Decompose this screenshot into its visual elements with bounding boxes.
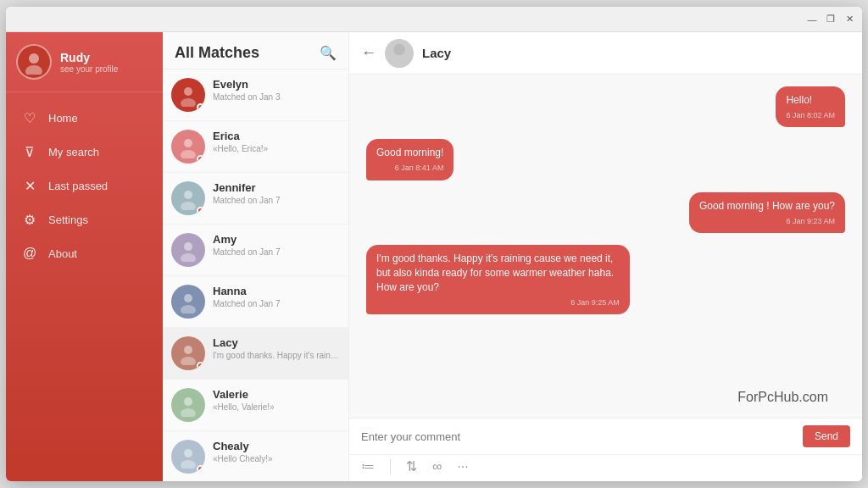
match-sub: Matched on Jan 7 <box>213 196 340 205</box>
swap-icon[interactable]: ⇅ <box>406 458 417 474</box>
message-time: 6 Jan 8:02 AM <box>786 110 835 121</box>
list-item[interactable]: Amy Matched on Jan 7 <box>163 225 348 276</box>
link-icon[interactable]: ∞ <box>432 459 442 474</box>
sidebar-item-label: Home <box>48 112 78 125</box>
svg-point-15 <box>181 408 196 417</box>
settings-icon: ⚙ <box>21 211 38 228</box>
message-row: Good morning! 6 Jan 8:41 AM <box>366 139 845 180</box>
match-avatar <box>171 285 205 319</box>
svg-point-8 <box>184 242 192 251</box>
maximize-button[interactable]: ❐ <box>825 14 837 25</box>
more-icon[interactable]: ··· <box>457 459 468 474</box>
sidebar-item-my-search[interactable]: ⊽ My search <box>6 135 163 169</box>
received-bubble: I'm good thanks. Happy it's raining caus… <box>366 245 630 314</box>
message-time: 6 Jan 9:25 AM <box>376 297 620 308</box>
message-text: Hello! <box>786 93 835 108</box>
chat-footer: Send ≔ ⇅ ∞ ··· <box>349 418 862 481</box>
list-item[interactable]: Evelyn Matched on Jan 3 <box>163 69 348 121</box>
svg-point-20 <box>393 43 405 55</box>
matches-title: All Matches <box>175 44 259 62</box>
sidebar-item-label: My search <box>48 146 99 158</box>
svg-point-12 <box>184 346 192 354</box>
list-item[interactable]: Valerie «Hello, Valerie!» <box>163 380 348 431</box>
svg-point-4 <box>184 139 192 147</box>
search-icon[interactable]: 🔍 <box>320 45 337 61</box>
message-text: Good morning! <box>376 146 443 160</box>
match-avatar <box>171 336 205 370</box>
my-search-icon: ⊽ <box>21 143 38 160</box>
list-item[interactable]: Jennifer Matched on Jan 7 <box>163 173 348 225</box>
svg-point-17 <box>181 460 196 469</box>
chat-actions-row: ≔ ⇅ ∞ ··· <box>349 454 862 481</box>
match-info: Amy Matched on Jan 7 <box>213 233 340 257</box>
message-text: I'm good thanks. Happy it's raining caus… <box>376 252 620 294</box>
svg-point-0 <box>29 53 39 64</box>
chat-input[interactable] <box>361 430 796 443</box>
action-divider <box>390 459 391 474</box>
svg-point-14 <box>184 397 192 406</box>
about-icon: @ <box>21 245 38 262</box>
match-avatar <box>171 440 205 474</box>
match-name: Evelyn <box>213 78 340 91</box>
svg-point-10 <box>184 294 192 302</box>
user-avatar <box>16 44 52 80</box>
svg-point-7 <box>181 202 196 210</box>
svg-point-13 <box>181 357 196 365</box>
sidebar-item-settings[interactable]: ⚙ Settings <box>6 202 163 236</box>
matches-header: All Matches 🔍 <box>163 32 348 69</box>
sidebar-item-about[interactable]: @ About <box>6 236 163 270</box>
list-item[interactable]: Hanna Matched on Jan 7 <box>163 276 348 328</box>
match-name: Hanna <box>213 285 340 297</box>
message-row: Hello! 6 Jan 8:02 AM <box>366 86 845 127</box>
match-sub: «Hello, Valerie!» <box>213 402 340 412</box>
sidebar-item-label: Last passed <box>48 180 108 192</box>
match-info: Valerie «Hello, Valerie!» <box>213 388 340 412</box>
match-name: Jennifer <box>213 181 340 194</box>
match-avatar <box>171 130 205 164</box>
last-passed-icon: ✕ <box>21 177 38 194</box>
title-bar-controls: — ❐ ✕ <box>806 14 855 25</box>
minimize-button[interactable]: — <box>806 14 818 25</box>
match-sub: Matched on Jan 7 <box>213 299 340 308</box>
main-content: All Matches 🔍 Evelyn Matched on Jan 3 <box>163 32 862 481</box>
svg-point-3 <box>181 98 196 107</box>
message-row: I'm good thanks. Happy it's raining caus… <box>366 245 845 314</box>
match-info: Evelyn Matched on Jan 3 <box>213 78 340 102</box>
svg-point-21 <box>390 57 409 67</box>
message-text: Good morning ! How are you? <box>699 199 835 214</box>
profile-info: Rudy see your profile <box>60 51 118 74</box>
back-button[interactable]: ← <box>361 44 376 62</box>
close-button[interactable]: ✕ <box>843 14 855 25</box>
match-info: Jennifer Matched on Jan 7 <box>213 181 340 205</box>
match-sub: Matched on Jan 3 <box>213 92 340 102</box>
online-indicator <box>197 362 204 369</box>
svg-point-16 <box>184 449 192 458</box>
send-button[interactable]: Send <box>803 425 850 447</box>
sidebar: Rudy see your profile ♡ Home ⊽ My search… <box>6 32 163 481</box>
match-sub: I'm good thanks. Happy it's raining caus… <box>213 351 340 360</box>
svg-point-11 <box>181 305 196 313</box>
list-item[interactable]: Lacy I'm good thanks. Happy it's raining… <box>163 328 348 380</box>
people-icon[interactable]: ≔ <box>361 458 375 474</box>
online-indicator <box>197 103 204 111</box>
match-name: Amy <box>213 233 340 246</box>
match-avatar <box>171 233 205 267</box>
list-item[interactable]: Erica «Hello, Erica!» <box>163 121 348 173</box>
svg-point-5 <box>181 150 196 158</box>
message-time: 6 Jan 8:41 AM <box>376 163 443 174</box>
match-sub: «Hello Chealy!» <box>213 454 340 463</box>
sent-bubble: Good morning ! How are you? 6 Jan 9:23 A… <box>689 192 845 233</box>
svg-point-2 <box>184 87 192 96</box>
profile-subtitle: see your profile <box>60 64 118 74</box>
profile-name: Rudy <box>60 51 118 64</box>
message-row: Good morning ! How are you? 6 Jan 9:23 A… <box>366 192 845 233</box>
sidebar-profile[interactable]: Rudy see your profile <box>6 32 163 92</box>
match-avatar <box>171 388 205 422</box>
list-item[interactable]: Chealy «Hello Chealy!» <box>163 431 348 481</box>
chat-messages: Hello! 6 Jan 8:02 AM Good morning! 6 Jan… <box>349 75 862 418</box>
sidebar-item-home[interactable]: ♡ Home <box>6 101 163 135</box>
match-info: Chealy «Hello Chealy!» <box>213 440 340 463</box>
chat-input-row: Send <box>349 419 862 454</box>
match-name: Chealy <box>213 440 340 452</box>
sidebar-item-last-passed[interactable]: ✕ Last passed <box>6 169 163 202</box>
